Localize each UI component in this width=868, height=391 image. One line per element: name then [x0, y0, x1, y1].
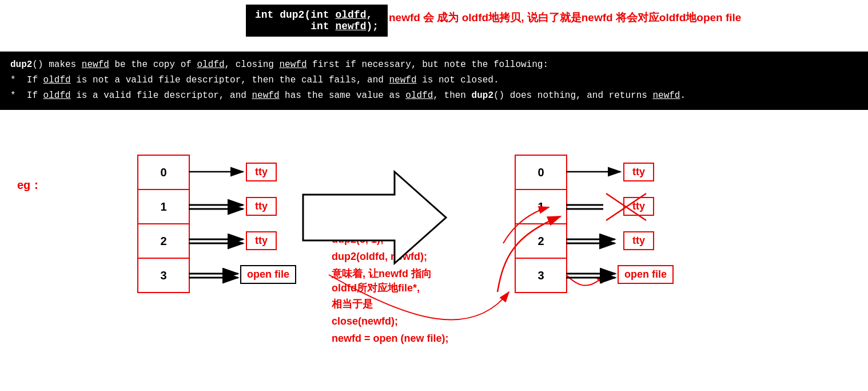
open-call: newfd = open (new file);	[332, 331, 449, 346]
desc-block: dup2() makes newfd be the copy of oldfd,…	[0, 52, 868, 110]
left-open-file: open file	[240, 265, 296, 284]
left-tty-2: tty	[246, 231, 277, 250]
diagram-area: eg： 0 1 2 3 0 1 2 3 tty tty tty open fil…	[0, 143, 868, 391]
left-row-2: 2	[138, 224, 189, 258]
red-arrow-row3	[566, 274, 606, 286]
right-open-file: open file	[618, 265, 674, 284]
left-tty-0: tty	[246, 163, 277, 181]
left-tty-1: tty	[246, 197, 277, 216]
red-annotation: newfd 会 成为 oldfd地拷贝, 说白了就是newfd 将会对应oldf…	[389, 10, 741, 25]
dup2-meaning1: dup2(oldfd, newfd);	[332, 249, 427, 264]
eg-label: eg：	[17, 177, 42, 193]
dup2-meaning4: 相当于是	[332, 297, 373, 312]
close-call: close(newfd);	[332, 314, 398, 329]
code-line1: int dup2(int oldfd,	[255, 9, 379, 21]
right-row-1: 1	[515, 189, 567, 224]
desc-line1: dup2() makes newfd be the copy of oldfd,…	[10, 57, 858, 73]
left-fd-table: 0 1 2 3	[137, 155, 190, 293]
right-row-3: 3	[515, 258, 567, 293]
right-fd-table: 0 1 2 3	[515, 155, 567, 293]
dup2-meaning3: oldfd所对应地file*,	[332, 281, 420, 296]
left-row-3: 3	[138, 258, 189, 293]
desc-line2: * If oldfd is not a valid file descripto…	[10, 73, 858, 88]
right-tty-1: tty	[623, 197, 654, 216]
left-row-0: 0	[138, 155, 189, 189]
dup2-call: dup2(3, 1);	[332, 232, 384, 247]
desc-line3: * If oldfd is a valid file descriptor, a…	[10, 88, 858, 104]
left-row-1: 1	[138, 189, 189, 224]
right-row-0: 0	[515, 155, 567, 189]
dup2-meaning2: 意味着, 让newfd 指向	[332, 266, 432, 282]
right-tty-0: tty	[623, 163, 654, 181]
code-line2: int newfd);	[255, 21, 379, 32]
right-row-2: 2	[515, 224, 567, 258]
code-block: int dup2(int oldfd, int newfd);	[246, 5, 388, 37]
diagram-svg	[0, 143, 868, 391]
right-tty-2: tty	[623, 231, 654, 250]
